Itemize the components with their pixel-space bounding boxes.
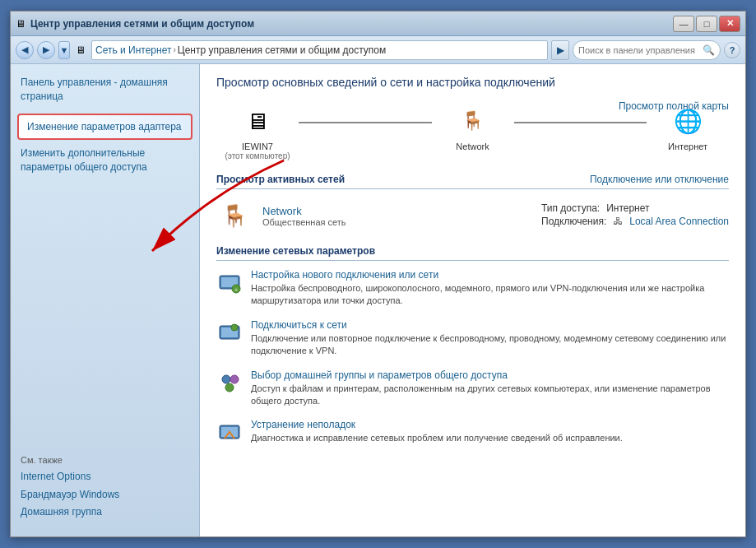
troubleshoot-desc: Диагностика и исправление сетевых пробле… [251,432,729,444]
go-button[interactable]: ▶ [551,40,569,60]
connect-title[interactable]: Подключиться к сети [251,319,729,331]
connections-row: Подключения: 🖧 Local Area Connection [541,216,729,227]
setting-item-connect: Подключиться к сети Подключение или повт… [216,319,729,358]
back-button[interactable]: ◀ [16,41,34,59]
main-area: Панель управления - домашняя страница Из… [11,64,745,536]
breadcrumb: Сеть и Интернет › Центр управления сетям… [91,40,548,60]
active-network-type: Общественная сеть [262,217,531,227]
network-map: 🖥 IEWIN7 (этот компьютер) 🪑 Network [216,100,729,160]
computer-icon: 🖥 [237,100,278,142]
connection-link[interactable]: Local Area Connection [629,216,729,227]
adapter-settings-link[interactable]: Изменение параметров адаптера [27,120,183,134]
troubleshoot-title[interactable]: Устранение неполадок [251,419,729,430]
sidebar-advanced-link[interactable]: Изменить дополнительные параметры общего… [11,143,199,178]
addressbar: ◀ ▶ ▼ 🖥 Сеть и Интернет › Центр управлен… [11,36,745,64]
help-button[interactable]: ? [724,42,740,58]
network-hub-icon: 🪑 [452,100,494,142]
active-network-name[interactable]: Network [262,205,302,217]
active-network-item: 🪑 Network Общественная сеть Тип доступа:… [216,197,729,234]
svg-point-8 [230,375,239,383]
window-controls: — □ ✕ [673,16,740,32]
node-computer-label: IEWIN7 [242,142,273,151]
window-icon: 🖥 [16,18,26,30]
search-icon: 🔍 [703,44,715,56]
change-settings-header: Изменение сетевых параметров [216,245,729,261]
connections-label: Подключения: [541,216,606,227]
homegroup-settings-icon [216,369,243,396]
forward-button[interactable]: ▶ [37,41,55,59]
connector1 [299,122,432,123]
active-network-icon: 🪑 [216,197,253,234]
active-network-details: Тип доступа: Интернет Подключения: 🖧 Loc… [541,202,729,229]
node-computer-sublabel: (этот компьютер) [225,151,290,160]
troubleshoot-text: Устранение неполадок Диагностика и испра… [251,419,729,444]
access-type-label: Тип доступа: [541,202,600,214]
content-area: Просмотр основных сведений о сети и наст… [200,64,745,536]
svg-point-9 [225,383,234,392]
network-node-computer: 🖥 IEWIN7 (этот компьютер) [216,100,299,160]
breadcrumb-sep: › [173,45,175,54]
homegroup-title[interactable]: Выбор домашней группы и параметров общег… [251,369,729,381]
access-type-row: Тип доступа: Интернет [541,202,729,214]
page-title: Просмотр основных сведений о сети и наст… [216,76,729,89]
breadcrumb-part1[interactable]: Сеть и Интернет [95,44,171,56]
change-settings-title: Изменение сетевых параметров [216,245,375,257]
setting-item-troubleshoot: Устранение неполадок Диагностика и испра… [216,419,729,445]
internet-options-link[interactable]: Internet Options [21,468,189,486]
search-input[interactable] [578,45,699,55]
search-bar: 🔍 [573,40,721,60]
connect-icon [216,319,243,346]
connect-desc: Подключение или повторное подключение к … [251,332,729,358]
node-internet-label: Интернет [668,142,707,151]
connect-text: Подключиться к сети Подключение или повт… [251,319,729,358]
active-networks-title: Просмотр активных сетей [216,174,345,185]
homegroup-link[interactable]: Домашняя группа [21,504,189,522]
svg-point-6 [231,324,238,331]
new-connection-icon: + [216,269,243,295]
homegroup-text: Выбор домашней группы и параметров общег… [251,369,729,408]
sidebar: Панель управления - домашняя страница Из… [11,64,200,536]
internet-icon: 🌐 [667,100,708,142]
network-node-internet: 🌐 Интернет [647,100,729,151]
sidebar-home-link[interactable]: Панель управления - домашняя страница [21,76,189,104]
access-type-value: Интернет [606,202,649,214]
setting-item-homegroup: Выбор домашней группы и параметров общег… [216,369,729,408]
window-title: Центр управления сетями и общим доступом [30,18,254,30]
maximize-button[interactable]: □ [696,16,717,32]
settings-list: + Настройка нового подключения или сети … [216,269,729,445]
sidebar-also: См. также Internet Options Брандмауэр Wi… [11,448,199,528]
connector2 [514,122,647,123]
titlebar: 🖥 Центр управления сетями и общим доступ… [11,12,745,36]
connection-type-icon: 🖧 [613,216,623,227]
node-network-label: Network [456,142,489,151]
address-icon: 🖥 [73,43,88,58]
homegroup-desc: Доступ к файлам и принтерам, расположенн… [251,383,729,408]
close-button[interactable]: ✕ [719,16,740,32]
new-connection-desc: Настройка беспроводного, широкополосного… [251,282,729,308]
active-network-info: Network Общественная сеть [262,205,531,227]
connect-disconnect-link[interactable]: Подключение или отключение [590,174,729,185]
setting-item-new-connection: + Настройка нового подключения или сети … [216,269,729,308]
firewall-link[interactable]: Брандмауэр Windows [21,486,189,504]
active-networks-header: Просмотр активных сетей Подключение или … [216,174,729,189]
also-title: См. также [21,455,189,465]
new-connection-text: Настройка нового подключения или сети На… [251,269,729,308]
new-connection-title[interactable]: Настройка нового подключения или сети [251,269,729,281]
network-node-network: 🪑 Network [432,100,514,151]
troubleshoot-icon [216,419,243,445]
recent-button[interactable]: ▼ [58,41,70,59]
svg-point-7 [222,375,230,383]
minimize-button[interactable]: — [673,16,694,32]
sidebar-adapter-settings[interactable]: Изменение параметров адаптера [17,114,192,141]
svg-text:+: + [234,287,238,293]
breadcrumb-current: Центр управления сетями и общим доступом [178,44,387,56]
